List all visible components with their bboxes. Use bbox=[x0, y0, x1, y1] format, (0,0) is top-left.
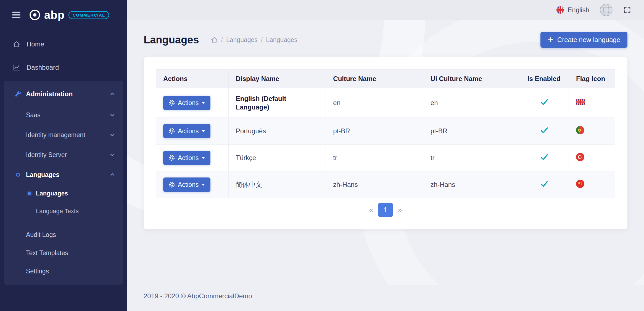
languages-table-card: Actions Display Name Culture Name Ui Cul… bbox=[144, 57, 627, 229]
sidebar-item-label: Saas bbox=[26, 111, 40, 119]
flag-cn-icon bbox=[576, 180, 584, 188]
sidebar-item-settings[interactable]: Settings bbox=[4, 262, 123, 280]
topbar: English bbox=[127, 0, 644, 20]
culture-name-cell: tr bbox=[326, 145, 423, 171]
check-icon bbox=[540, 128, 548, 136]
caret-down-icon bbox=[202, 130, 205, 132]
page-title: Languages bbox=[144, 34, 199, 46]
pagination-page-1[interactable]: 1 bbox=[378, 203, 393, 217]
plus-icon bbox=[548, 37, 554, 43]
ui-culture-name-cell: en bbox=[423, 88, 520, 118]
sidebar: abp COMMERCIAL Home Dashboard Administra… bbox=[0, 0, 127, 311]
culture-name-cell: zh-Hans bbox=[326, 171, 423, 198]
row-actions-button[interactable]: Actions bbox=[163, 124, 210, 138]
breadcrumb-item-languages[interactable]: Languages bbox=[226, 36, 258, 44]
sidebar-item-dashboard[interactable]: Dashboard bbox=[0, 56, 127, 79]
avatar[interactable] bbox=[600, 4, 613, 16]
pagination: « 1 » bbox=[156, 203, 615, 217]
check-icon bbox=[540, 100, 548, 108]
sidebar-item-language-texts[interactable]: Language Texts bbox=[4, 202, 123, 220]
sidebar-item-label: Languages bbox=[36, 190, 68, 197]
fullscreen-icon[interactable] bbox=[623, 6, 631, 14]
flag-pt-icon bbox=[576, 126, 584, 134]
culture-name-cell: pt-BR bbox=[326, 118, 423, 145]
create-new-language-button[interactable]: Create new language bbox=[540, 32, 627, 48]
pagination-prev[interactable]: « bbox=[364, 203, 378, 217]
sidebar-item-saas[interactable]: Saas bbox=[4, 105, 123, 125]
abp-logo-icon bbox=[29, 9, 41, 21]
culture-name-cell: en bbox=[326, 88, 423, 118]
check-icon bbox=[540, 182, 548, 189]
sidebar-item-label: Home bbox=[27, 40, 44, 48]
pagination-next[interactable]: » bbox=[393, 203, 407, 217]
breadcrumb-separator: / bbox=[261, 36, 263, 44]
home-icon bbox=[13, 40, 20, 48]
sidebar-item-home[interactable]: Home bbox=[0, 33, 127, 56]
sidebar-item-identity-server[interactable]: Identity Server bbox=[4, 145, 123, 165]
administration-group: Administration Saas Identity management … bbox=[4, 81, 123, 285]
copyright-text: 2019 - 2020 © AbpCommercialDemo bbox=[144, 292, 252, 300]
flag-tr-icon bbox=[576, 153, 584, 161]
chevron-down-icon bbox=[109, 112, 115, 118]
gear-icon bbox=[169, 100, 175, 106]
column-header-is-enabled: Is Enabled bbox=[520, 70, 569, 88]
display-name-cell: 简体中文 bbox=[228, 171, 326, 198]
table-row: Actions Türkçe tr tr bbox=[156, 145, 615, 171]
display-name-cell: Português bbox=[228, 118, 326, 145]
row-actions-button[interactable]: Actions bbox=[163, 177, 210, 192]
sidebar-item-identity-management[interactable]: Identity management bbox=[4, 125, 123, 145]
row-actions-button[interactable]: Actions bbox=[163, 151, 210, 165]
sidebar-item-label: Languages bbox=[26, 171, 59, 179]
brand-badge: COMMERCIAL bbox=[68, 11, 109, 19]
flag-gb-icon bbox=[576, 99, 585, 105]
menu-toggle-icon[interactable] bbox=[12, 12, 20, 18]
sidebar-item-label: Dashboard bbox=[27, 64, 59, 71]
language-selector[interactable]: English bbox=[556, 6, 589, 14]
sidebar-item-audit-logs[interactable]: Audit Logs bbox=[4, 226, 123, 244]
table-row: Actions 简体中文 zh-Hans zh-Hans bbox=[156, 171, 615, 198]
page-header: Languages / Languages / Languages Create… bbox=[144, 32, 627, 48]
sidebar-item-label: Identity management bbox=[26, 131, 85, 139]
column-header-culture-name: Culture Name bbox=[326, 70, 423, 88]
table-header-row: Actions Display Name Culture Name Ui Cul… bbox=[156, 70, 615, 88]
sidebar-item-label: Identity Server bbox=[26, 151, 67, 159]
gear-icon bbox=[169, 182, 175, 188]
languages-table: Actions Display Name Culture Name Ui Cul… bbox=[156, 69, 615, 198]
breadcrumb-home-icon[interactable] bbox=[211, 36, 218, 43]
column-header-actions: Actions bbox=[156, 70, 229, 88]
check-icon bbox=[540, 155, 548, 163]
ui-culture-name-cell: tr bbox=[423, 145, 520, 171]
bullet-ring-icon bbox=[16, 173, 20, 177]
row-actions-button[interactable]: Actions bbox=[163, 96, 210, 110]
sidebar-item-administration[interactable]: Administration bbox=[4, 83, 123, 105]
sidebar-nav: Home Dashboard Administration Saas bbox=[0, 33, 127, 285]
caret-down-icon bbox=[202, 184, 205, 186]
column-header-flag-icon: Flag Icon bbox=[569, 70, 615, 88]
sidebar-item-label: Audit Logs bbox=[26, 231, 56, 239]
sidebar-item-label: Administration bbox=[26, 90, 73, 98]
caret-down-icon bbox=[202, 102, 205, 104]
breadcrumb-item-languages-2[interactable]: Languages bbox=[266, 36, 297, 44]
gear-icon bbox=[169, 155, 175, 161]
chevron-up-icon bbox=[109, 91, 115, 97]
column-header-display-name: Display Name bbox=[228, 70, 326, 88]
main-area: English Languages / Languages / Language… bbox=[127, 0, 644, 311]
gear-icon bbox=[169, 128, 175, 134]
sidebar-item-languages[interactable]: Languages bbox=[4, 185, 123, 202]
wrench-icon bbox=[14, 90, 22, 98]
sidebar-item-label: Settings bbox=[26, 268, 49, 275]
display-name-cell: English (Default Language) bbox=[228, 88, 326, 118]
breadcrumb: / Languages / Languages bbox=[211, 36, 297, 44]
content: Languages / Languages / Languages Create… bbox=[127, 20, 644, 285]
dashboard-chart-icon bbox=[13, 64, 20, 71]
table-row: Actions English (Default Language) en en bbox=[156, 88, 615, 118]
sidebar-item-text-templates[interactable]: Text Templates bbox=[4, 244, 123, 262]
sidebar-item-languages-group[interactable]: Languages bbox=[4, 165, 123, 185]
chevron-up-icon bbox=[109, 172, 115, 178]
sidebar-item-label: Text Templates bbox=[26, 249, 68, 257]
brand-logo[interactable]: abp COMMERCIAL bbox=[29, 9, 109, 21]
brand-name: abp bbox=[44, 9, 65, 21]
caret-down-icon bbox=[202, 157, 205, 159]
language-label: English bbox=[568, 6, 589, 14]
uk-flag-icon bbox=[556, 6, 564, 14]
